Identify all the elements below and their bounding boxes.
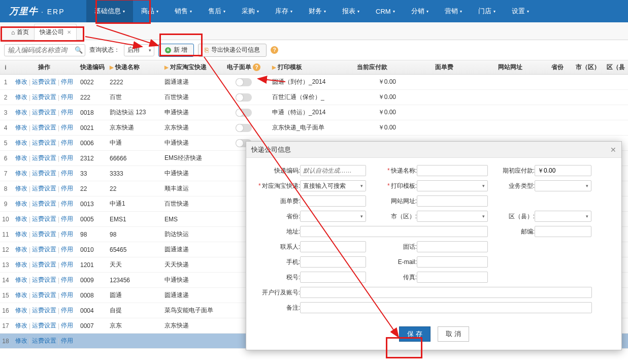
table-row[interactable]: 3修改|运费设置|停用0018韵达快运 123申通快递申通（特运）_2014￥0…: [0, 105, 628, 120]
op-edit[interactable]: 修改: [15, 230, 27, 239]
input-contact[interactable]: [300, 241, 366, 252]
ed-toggle[interactable]: [236, 109, 252, 117]
op-edit[interactable]: 修改: [15, 337, 27, 345]
nav-item[interactable]: 库存▾: [267, 0, 301, 22]
nav-item[interactable]: 基础信息▾: [86, 0, 133, 22]
op-fee[interactable]: 运费设置: [32, 276, 56, 284]
input-zip[interactable]: [535, 226, 591, 237]
op-stop[interactable]: 停用: [61, 78, 73, 86]
th-op[interactable]: 操作: [11, 63, 77, 72]
op-edit[interactable]: 修改: [15, 108, 27, 117]
op-fee[interactable]: 运费设置: [32, 169, 56, 178]
cancel-button[interactable]: 取消: [438, 326, 469, 342]
input-bank[interactable]: [300, 287, 592, 298]
input-remark[interactable]: [300, 302, 592, 313]
op-stop[interactable]: 停用: [61, 291, 73, 300]
nav-item[interactable]: 商品▾: [133, 0, 167, 22]
op-edit[interactable]: 修改: [15, 154, 27, 162]
input-addr[interactable]: [300, 226, 488, 237]
select-tb[interactable]: 直接输入可搜索: [300, 180, 366, 191]
op-stop[interactable]: 停用: [61, 306, 73, 315]
op-edit[interactable]: 修改: [15, 123, 27, 132]
th-code[interactable]: 快递编码: [77, 63, 107, 72]
op-stop[interactable]: 停用: [61, 215, 73, 223]
help-icon[interactable]: ?: [271, 46, 278, 54]
op-stop[interactable]: 停用: [61, 337, 73, 345]
op-edit[interactable]: 修改: [15, 291, 27, 300]
op-fee[interactable]: 运费设置: [32, 93, 56, 102]
op-fee[interactable]: 运费设置: [32, 215, 56, 223]
ed-toggle[interactable]: [236, 93, 252, 102]
th-tb[interactable]: ▶对应淘宝快递: [161, 63, 218, 72]
op-fee[interactable]: 运费设置: [32, 139, 56, 147]
op-edit[interactable]: 修改: [15, 139, 27, 147]
input-tax[interactable]: [300, 272, 366, 283]
export-button[interactable]: ⎘ 导出快递公司信息: [198, 44, 267, 57]
op-stop[interactable]: 停用: [61, 123, 73, 132]
op-fee[interactable]: 运费设置: [32, 260, 56, 269]
input-initpay[interactable]: [535, 165, 591, 176]
nav-item[interactable]: 营销▾: [437, 0, 470, 22]
select-prov[interactable]: [300, 211, 366, 222]
home-tab[interactable]: ⌂ 首页: [6, 25, 34, 40]
op-fee[interactable]: 运费设置: [32, 291, 56, 300]
op-fee[interactable]: 运费设置: [32, 306, 56, 315]
input-tel[interactable]: [417, 241, 488, 252]
op-fee[interactable]: 运费设置: [32, 200, 56, 208]
close-icon[interactable]: ✕: [67, 29, 71, 35]
select-biz[interactable]: [535, 180, 591, 191]
ed-toggle[interactable]: [236, 124, 252, 132]
status-select[interactable]: 启用: [124, 44, 154, 56]
th-city[interactable]: 市（区）: [571, 63, 604, 72]
op-edit[interactable]: 修改: [15, 169, 27, 178]
add-button[interactable]: + 新 增: [158, 44, 194, 57]
op-fee[interactable]: 运费设置: [32, 337, 56, 345]
op-stop[interactable]: 停用: [61, 108, 73, 117]
op-fee[interactable]: 运费设置: [32, 321, 56, 330]
th-prov[interactable]: 省份: [543, 63, 571, 72]
op-edit[interactable]: 修改: [15, 78, 27, 86]
close-icon[interactable]: ✕: [610, 146, 616, 154]
op-fee[interactable]: 运费设置: [32, 184, 56, 193]
th-url[interactable]: 网站网址: [477, 63, 543, 72]
table-row[interactable]: 1修改|运费设置|停用00222222圆通速递圆通（到付）_2014￥0.00: [0, 75, 628, 90]
tab-current[interactable]: 快递公司 ✕: [34, 24, 77, 40]
th-ed[interactable]: 电子面单?: [218, 63, 269, 72]
input-name[interactable]: [417, 165, 488, 176]
nav-item[interactable]: 分销▾: [403, 0, 437, 22]
op-stop[interactable]: 停用: [61, 139, 73, 147]
op-edit[interactable]: 修改: [15, 215, 27, 223]
select-tmpl[interactable]: [417, 180, 488, 191]
op-edit[interactable]: 修改: [15, 200, 27, 208]
nav-item[interactable]: 销售▾: [167, 0, 200, 22]
op-edit[interactable]: 修改: [15, 306, 27, 315]
ed-toggle[interactable]: [236, 78, 252, 86]
input-url[interactable]: [417, 195, 488, 207]
nav-item[interactable]: CRM▾: [368, 0, 403, 22]
op-fee[interactable]: 运费设置: [32, 108, 56, 117]
nav-item[interactable]: 报表▾: [334, 0, 368, 22]
op-fee[interactable]: 运费设置: [32, 245, 56, 254]
op-edit[interactable]: 修改: [15, 321, 27, 330]
op-fee[interactable]: 运费设置: [32, 123, 56, 132]
th-tmpl[interactable]: ▶打印模板: [269, 63, 345, 72]
search-input[interactable]: [4, 44, 85, 56]
nav-item[interactable]: 门店▾: [470, 0, 504, 22]
op-stop[interactable]: 停用: [61, 230, 73, 239]
input-mobile[interactable]: [300, 256, 366, 268]
op-stop[interactable]: 停用: [61, 245, 73, 254]
th-pay[interactable]: 当前应付款: [345, 63, 411, 72]
op-edit[interactable]: 修改: [15, 93, 27, 102]
nav-item[interactable]: 采购▾: [234, 0, 267, 22]
op-stop[interactable]: 停用: [61, 200, 73, 208]
select-county[interactable]: [535, 211, 591, 222]
op-fee[interactable]: 运费设置: [32, 230, 56, 239]
th-county[interactable]: 区（县: [604, 63, 627, 72]
help-icon[interactable]: ?: [253, 63, 260, 71]
op-stop[interactable]: 停用: [61, 276, 73, 284]
input-code[interactable]: [300, 165, 366, 176]
op-stop[interactable]: 停用: [61, 154, 73, 162]
op-fee[interactable]: 运费设置: [32, 78, 56, 86]
op-stop[interactable]: 停用: [61, 169, 73, 178]
nav-item[interactable]: 设置▾: [504, 0, 537, 22]
